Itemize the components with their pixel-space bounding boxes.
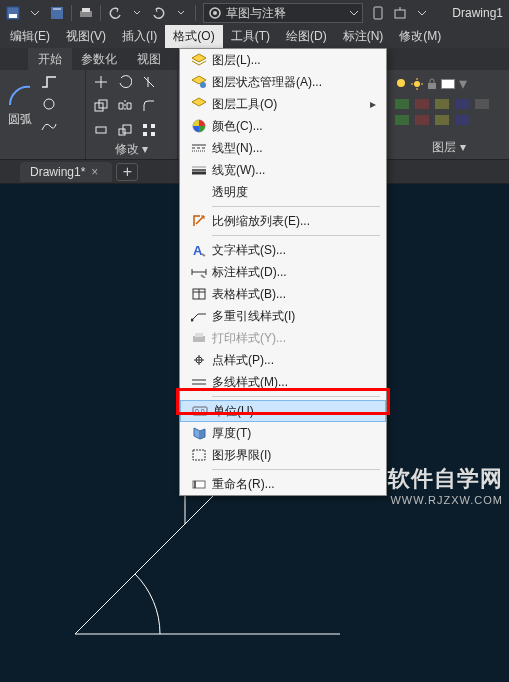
new-document-button[interactable]: +	[116, 163, 138, 181]
menu-item-units[interactable]: 0.0单位(U)...	[180, 400, 386, 422]
lightbulb-icon[interactable]	[395, 78, 407, 90]
menu-item-label: 重命名(R)...	[212, 476, 376, 493]
undo-icon[interactable]	[105, 3, 125, 23]
menu-item-rename[interactable]: 重命名(R)...	[180, 473, 386, 495]
lineweight-icon	[186, 165, 212, 175]
panel-layers-title[interactable]: 图层 ▾	[395, 139, 503, 156]
spline-icon[interactable]	[40, 117, 58, 135]
redo-drop-icon[interactable]	[171, 3, 191, 23]
stretch-icon[interactable]	[92, 121, 110, 139]
menu-item-point-style[interactable]: 点样式(P)...	[180, 349, 386, 371]
svg-rect-25	[428, 83, 436, 89]
thickness-icon	[186, 426, 212, 440]
menu-item-layer-tools[interactable]: 图层工具(O)▸	[180, 93, 386, 115]
menu-insert[interactable]: 插入(I)	[114, 25, 165, 48]
menu-dimension[interactable]: 标注(N)	[335, 25, 392, 48]
menu-item-dim-style[interactable]: 标注样式(D)...	[180, 261, 386, 283]
svg-rect-8	[395, 10, 405, 18]
swatch-red-2[interactable]	[415, 115, 429, 125]
share-icon[interactable]	[390, 3, 410, 23]
swatch-yellow[interactable]	[435, 99, 449, 109]
menu-item-transparency[interactable]: 透明度	[180, 181, 386, 203]
menu-item-layers[interactable]: 图层(L)...	[180, 49, 386, 71]
menu-item-label: 标注样式(D)...	[212, 264, 376, 281]
ribbon-tab-start[interactable]: 开始	[28, 48, 72, 71]
redo-icon[interactable]	[149, 3, 169, 23]
print-icon[interactable]	[76, 3, 96, 23]
close-icon[interactable]: ×	[91, 165, 98, 179]
menu-item-thickness[interactable]: 厚度(T)	[180, 422, 386, 444]
svg-rect-12	[96, 127, 106, 133]
menu-item-lineweight[interactable]: 线宽(W)...	[180, 159, 386, 181]
menu-item-label: 透明度	[212, 184, 376, 201]
menu-item-mline-style[interactable]: 多线样式(M)...	[180, 371, 386, 393]
menu-format[interactable]: 格式(O)	[165, 25, 222, 48]
menu-edit[interactable]: 编辑(E)	[2, 25, 58, 48]
document-tab[interactable]: Drawing1* ×	[20, 162, 112, 182]
move-icon[interactable]	[92, 73, 110, 91]
workspace-dropdown[interactable]: 草图与注释	[203, 3, 363, 23]
fillet-icon[interactable]	[140, 97, 158, 115]
menu-item-mleader-style[interactable]: 多重引线样式(I)	[180, 305, 386, 327]
linetype-icon	[186, 143, 212, 153]
mobile-icon[interactable]	[368, 3, 388, 23]
swatch-red[interactable]	[415, 99, 429, 109]
lock-icon[interactable]	[427, 78, 437, 90]
gear-icon	[208, 6, 222, 20]
menu-item-label: 厚度(T)	[212, 425, 376, 442]
qat-more-icon[interactable]	[412, 3, 432, 23]
ribbon-tab-parametric[interactable]: 参数化	[71, 48, 127, 71]
quick-access-toolbar: 草图与注释 Drawing1	[0, 0, 509, 26]
menu-view[interactable]: 视图(V)	[58, 25, 114, 48]
swatch-green-2[interactable]	[395, 115, 409, 125]
menu-item-label: 多重引线样式(I)	[212, 308, 376, 325]
swatch-blue[interactable]	[455, 99, 469, 109]
layer-drop-icon[interactable]: ▾	[459, 74, 467, 93]
format-dropdown-menu: 图层(L)...图层状态管理器(A)...图层工具(O)▸颜色(C)...线型(…	[179, 48, 387, 496]
menu-modify[interactable]: 修改(M)	[391, 25, 449, 48]
copy-icon[interactable]	[92, 97, 110, 115]
history-down-icon[interactable]	[25, 3, 45, 23]
scale-icon[interactable]	[116, 121, 134, 139]
menu-separator	[212, 396, 380, 397]
menubar: 编辑(E) 视图(V) 插入(I) 格式(O) 工具(T) 绘图(D) 标注(N…	[0, 26, 509, 48]
menu-item-label: 比例缩放列表(E)...	[212, 213, 376, 230]
menu-item-layer-state[interactable]: 图层状态管理器(A)...	[180, 71, 386, 93]
layer-color-swatch[interactable]	[441, 79, 455, 89]
swatch-blue-2[interactable]	[455, 115, 469, 125]
swatch-green[interactable]	[395, 99, 409, 109]
swatch-grey[interactable]	[475, 99, 489, 109]
table-style-icon	[186, 288, 212, 300]
trim-icon[interactable]	[140, 73, 158, 91]
arc-tool[interactable]: 圆弧	[6, 81, 34, 128]
menu-item-scale-list[interactable]: 比例缩放列表(E)...	[180, 210, 386, 232]
menu-item-label: 点样式(P)...	[212, 352, 376, 369]
menu-item-color[interactable]: 颜色(C)...	[180, 115, 386, 137]
plot-style-icon	[186, 332, 212, 344]
mirror-icon[interactable]	[116, 97, 134, 115]
menu-item-linetype[interactable]: 线型(N)...	[180, 137, 386, 159]
menu-item-table-style[interactable]: 表格样式(B)...	[180, 283, 386, 305]
svg-rect-54	[193, 450, 205, 460]
svg-rect-1	[9, 14, 17, 18]
menu-tools[interactable]: 工具(T)	[223, 25, 278, 48]
ribbon-tab-view[interactable]: 视图	[127, 48, 171, 71]
undo-drop-icon[interactable]	[127, 3, 147, 23]
units-icon: 0.0	[187, 405, 213, 417]
menu-item-limits[interactable]: 图形界限(I)	[180, 444, 386, 466]
menu-item-text-style[interactable]: A文字样式(S)...	[180, 239, 386, 261]
save-as-icon[interactable]	[47, 3, 67, 23]
svg-rect-16	[151, 124, 155, 128]
save-icon[interactable]	[3, 3, 23, 23]
panel-modify-title[interactable]: 修改 ▾	[92, 139, 171, 160]
panel-draw-title	[6, 155, 79, 159]
polyline-icon[interactable]	[40, 73, 58, 91]
sun-icon[interactable]	[411, 78, 423, 90]
menu-draw[interactable]: 绘图(D)	[278, 25, 335, 48]
circle-icon[interactable]	[40, 95, 58, 113]
array-icon[interactable]	[140, 121, 158, 139]
watermark-line2: WWW.RJZXW.COM	[388, 494, 503, 506]
rotate-icon[interactable]	[116, 73, 134, 91]
panel-layers: ▾ 图层 ▾	[389, 70, 509, 160]
swatch-yellow-2[interactable]	[435, 115, 449, 125]
